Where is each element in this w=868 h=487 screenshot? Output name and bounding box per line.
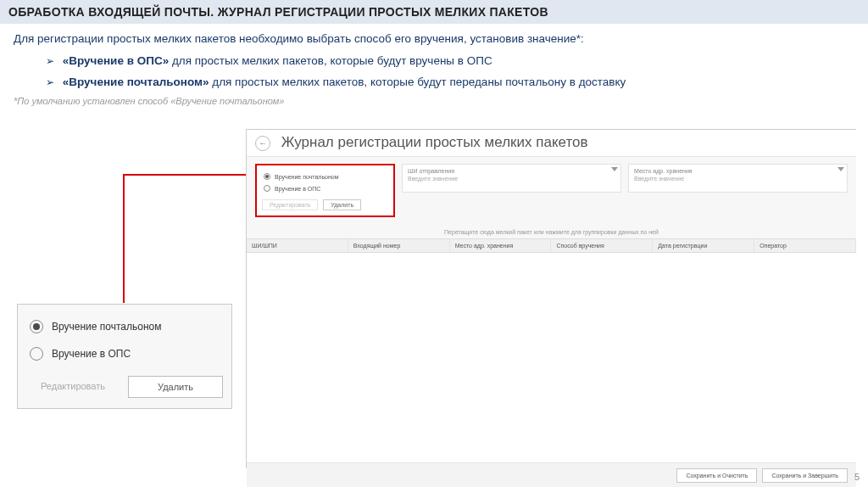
radio-panel-small: Вручение почтальоном Вручение в ОПС Реда…: [255, 164, 395, 217]
back-icon[interactable]: ←: [255, 136, 270, 151]
edit-button[interactable]: Редактировать: [262, 199, 318, 210]
radio-icon: [264, 173, 270, 180]
bullet-rest: для простых мелких пакетов, которые буду…: [169, 54, 492, 67]
bottom-bar: Сохранить и Очистить Сохранить и Заверши…: [247, 463, 856, 487]
radio-icon: [264, 185, 270, 192]
radio-label: Вручение почтальоном: [275, 174, 339, 180]
field-label: ШИ отправления: [408, 168, 615, 174]
group-hint: Перетащите сюда мелкий пакет или нажмите…: [247, 221, 856, 238]
shi-field[interactable]: ШИ отправления Введите значение: [402, 164, 621, 193]
bullet-list: «Вручение в ОПС» для простых мелких паке…: [0, 48, 868, 94]
footnote: *По умолчанию установлен способ «Вручени…: [0, 94, 868, 113]
radio-label: Вручение почтальоном: [52, 321, 161, 333]
app-window: ← Журнал регистрации простых мелких паке…: [246, 129, 856, 468]
column-header[interactable]: Оператор: [754, 239, 856, 252]
app-title: Журнал регистрации простых мелких пакето…: [281, 134, 588, 150]
bullet-strong: «Вручение в ОПС»: [63, 54, 169, 67]
top-controls: Вручение почтальоном Вручение в ОПС Реда…: [247, 157, 856, 221]
save-clear-button[interactable]: Сохранить и Очистить: [676, 468, 757, 483]
grid-header: ШИ/ШПИ Входящий номер Место адр. хранени…: [247, 238, 856, 253]
dropdown-icon: [837, 167, 844, 171]
field-label: Место адр. хранения: [634, 168, 842, 174]
column-header[interactable]: Дата регистрации: [653, 239, 754, 252]
callout-connector: [123, 174, 257, 176]
intro-text: Для регистрации простых мелких пакетов н…: [0, 24, 868, 48]
callout-connector: [123, 174, 125, 303]
column-header[interactable]: ШИ/ШПИ: [247, 239, 348, 252]
radio-icon: [30, 347, 43, 361]
radio-row[interactable]: Вручение в ОПС: [262, 182, 388, 194]
field-placeholder: Введите значение: [408, 174, 615, 182]
column-header[interactable]: Способ вручения: [551, 239, 653, 252]
column-header[interactable]: Входящий номер: [348, 239, 450, 252]
column-header[interactable]: Место адр. хранения: [450, 239, 552, 252]
storage-field[interactable]: Место адр. хранения Введите значение: [628, 164, 848, 193]
save-finish-button[interactable]: Сохранить и Завершить: [762, 468, 848, 483]
bullet-item: «Вручение почтальоном» для простых мелки…: [46, 71, 854, 92]
edit-button[interactable]: Редактировать: [26, 376, 120, 398]
page-title: ОБРАБОТКА ВХОДЯЩЕЙ ПОЧТЫ. ЖУРНАЛ РЕГИСТР…: [0, 0, 868, 24]
radio-option-ops[interactable]: Вручение в ОПС: [26, 340, 223, 367]
radio-icon: [30, 320, 43, 333]
dropdown-icon: [611, 167, 618, 171]
radio-label: Вручение в ОПС: [275, 186, 320, 192]
callout-panel: Вручение почтальоном Вручение в ОПС Реда…: [17, 304, 232, 409]
page-number: 5: [854, 472, 860, 482]
radio-label: Вручение в ОПС: [52, 348, 131, 360]
delete-button[interactable]: Удалить: [128, 376, 223, 398]
bullet-strong: «Вручение почтальоном»: [63, 76, 209, 88]
radio-row[interactable]: Вручение почтальоном: [262, 171, 388, 182]
app-header: ← Журнал регистрации простых мелких паке…: [247, 130, 856, 157]
bullet-rest: для простых мелких пакетов, которые буду…: [209, 76, 626, 88]
grid-body: [247, 253, 856, 463]
bullet-item: «Вручение в ОПС» для простых мелких паке…: [46, 50, 854, 71]
field-placeholder: Введите значение: [634, 174, 842, 182]
delete-button[interactable]: Удалить: [323, 199, 361, 210]
radio-option-postman[interactable]: Вручение почтальоном: [26, 313, 223, 340]
